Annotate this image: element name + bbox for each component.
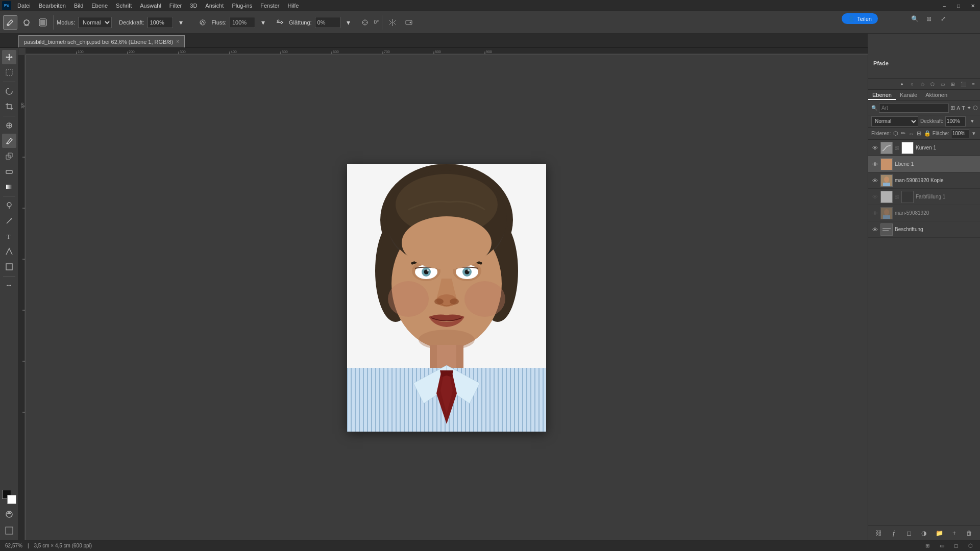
lasso-tool[interactable] — [2, 84, 16, 98]
minimize-button[interactable]: – — [937, 0, 951, 11]
add-adjustment-btn[interactable]: ◑ — [919, 529, 928, 538]
menu-schrift[interactable]: Schrift — [112, 2, 136, 10]
layer-eye-man[interactable]: 👁 — [871, 210, 878, 217]
symmetry-icon[interactable] — [385, 15, 400, 30]
wacom-icon[interactable] — [402, 15, 416, 30]
layers-type-filter-4[interactable]: ✦ — [967, 104, 971, 113]
tab-close-icon[interactable]: × — [176, 39, 179, 44]
healing-tool[interactable] — [2, 118, 16, 133]
menu-bearbeiten[interactable]: Bearbeiten — [35, 2, 70, 10]
close-button[interactable]: ✕ — [966, 0, 980, 11]
lock-transform-btn[interactable]: ↔ — [908, 129, 914, 138]
layer-ebene1[interactable]: 👁 Ebene 1 — [868, 156, 980, 172]
search-top-icon[interactable]: 🔍 — [909, 13, 921, 24]
status-icon-4[interactable]: ⬡ — [966, 541, 975, 550]
shape-tool[interactable] — [2, 260, 16, 274]
layer-beschriftung[interactable]: 👁 Beschriftung — [868, 221, 980, 238]
layers-type-filter-5[interactable]: ⬡ — [973, 104, 978, 113]
panel-icon-1[interactable]: ● — [897, 80, 906, 89]
link-layers-btn[interactable]: ⛓ — [874, 529, 884, 538]
share-button[interactable]: 👤 Teilen — [842, 13, 878, 24]
layer-eye-kurven1[interactable]: 👁 — [871, 144, 878, 152]
layer-eye-ebene1[interactable]: 👁 — [871, 161, 878, 168]
brush-hardness-icon[interactable] — [36, 15, 50, 30]
layers-search-input[interactable] — [879, 104, 949, 113]
move-tool[interactable] — [2, 50, 16, 64]
blend-mode-select[interactable]: Normal Multiplizieren Aufhellen — [871, 116, 918, 127]
maximize-button[interactable]: □ — [951, 0, 966, 11]
document-tab[interactable]: passbild_biometrisch_chip.psd bei 62,6% … — [18, 35, 185, 47]
panel-icon-6[interactable]: ⊞ — [948, 80, 958, 89]
tab-kanaele[interactable]: Kanäle — [896, 91, 921, 100]
mask-mode-btn[interactable] — [2, 507, 16, 521]
layers-type-filter-1[interactable]: ⊞ — [950, 104, 955, 113]
panel-icon-8[interactable]: ≡ — [969, 80, 978, 89]
menu-hilfe[interactable]: Hilfe — [283, 2, 303, 10]
flaeche-input[interactable] — [951, 129, 969, 138]
layers-type-filter-2[interactable]: A — [957, 104, 960, 113]
layer-eye-beschriftung[interactable]: 👁 — [871, 226, 878, 233]
brush-size-icon[interactable] — [19, 15, 34, 30]
layers-type-filter-3[interactable]: T — [962, 104, 965, 113]
crop-tool[interactable] — [2, 99, 16, 114]
add-style-btn[interactable]: ƒ — [889, 529, 898, 538]
menu-datei[interactable]: Datei — [13, 2, 35, 10]
panel-icon-2[interactable]: ○ — [908, 80, 917, 89]
menu-3d[interactable]: 3D — [186, 2, 201, 10]
arrange-icon[interactable]: ⊞ — [923, 13, 935, 24]
modus-select[interactable]: Normal — [78, 17, 112, 28]
glaettung-settings[interactable] — [358, 15, 372, 30]
eraser-tool[interactable] — [2, 164, 16, 179]
panel-icon-3[interactable]: ◇ — [918, 80, 927, 89]
menu-fenster[interactable]: Fenster — [256, 2, 283, 10]
layer-man-kopie[interactable]: 👁 man-59081920 Kopie — [868, 172, 980, 189]
add-layer-btn[interactable]: + — [950, 529, 959, 538]
layer-eye-man-kopie[interactable]: 👁 — [871, 177, 878, 184]
clone-tool[interactable] — [2, 149, 16, 163]
panel-icon-5[interactable]: ▭ — [938, 80, 947, 89]
lock-position-btn[interactable]: ⬡ — [892, 129, 898, 138]
dodge-tool[interactable] — [2, 198, 16, 213]
panel-icon-7[interactable]: ⬛ — [959, 80, 968, 89]
opacity-input[interactable] — [945, 116, 966, 127]
layer-eye-farbfuellung[interactable]: 👁 — [871, 193, 878, 201]
brush-tool-icon[interactable] — [3, 15, 17, 30]
marquee-tool[interactable] — [2, 65, 16, 80]
lock-paint-btn[interactable]: ✏ — [900, 129, 906, 138]
add-group-btn[interactable]: 📁 — [935, 529, 944, 538]
menu-bild[interactable]: Bild — [70, 2, 87, 10]
menu-ebene[interactable]: Ebene — [87, 2, 112, 10]
screen-mode-btn[interactable] — [2, 523, 16, 538]
panel-icon-4[interactable]: ⬡ — [928, 80, 937, 89]
lock-artboard-btn[interactable]: ⊞ — [916, 129, 922, 138]
glaettung-dropdown[interactable]: ▾ — [341, 15, 356, 30]
menu-filter[interactable]: Filter — [165, 2, 186, 10]
layer-man[interactable]: 👁 man-59081920 — [868, 205, 980, 221]
brush-tool[interactable] — [2, 134, 16, 148]
opacity-dropdown[interactable]: ▾ — [968, 117, 977, 126]
layer-farbfuellung[interactable]: 👁 ⛓ Farbfüllung 1 — [868, 189, 980, 205]
pressure-icon[interactable] — [195, 15, 210, 30]
delete-layer-btn[interactable]: 🗑 — [965, 529, 974, 538]
path-select-tool[interactable] — [2, 244, 16, 259]
menu-auswahl[interactable]: Auswahl — [136, 2, 165, 10]
flaeche-dropdown[interactable]: ▾ — [971, 129, 977, 138]
menu-ansicht[interactable]: Ansicht — [201, 2, 228, 10]
menu-plugins[interactable]: Plug-ins — [228, 2, 256, 10]
layer-kurven1[interactable]: 👁 ⛓ Kurven 1 — [868, 140, 980, 156]
extra-tools[interactable]: ••• — [2, 279, 16, 293]
deckkraft-dropdown[interactable]: ▾ — [174, 15, 188, 30]
deckkraft-input[interactable] — [148, 17, 173, 28]
fluss-input[interactable] — [230, 17, 255, 28]
tab-ebenen[interactable]: Ebenen — [868, 91, 896, 100]
status-icon-1[interactable]: ⊞ — [923, 541, 932, 550]
status-icon-3[interactable]: ◻ — [951, 541, 961, 550]
airbrush-icon[interactable] — [273, 15, 287, 30]
gradient-tool[interactable] — [2, 180, 16, 194]
fullscreen-icon[interactable]: ⤢ — [937, 13, 949, 24]
lock-all-btn[interactable]: 🔒 — [924, 129, 931, 138]
add-mask-btn[interactable]: ◻ — [904, 529, 914, 538]
pen-tool[interactable] — [2, 214, 16, 228]
text-tool[interactable]: T — [2, 229, 16, 243]
glaettung-input[interactable] — [315, 17, 340, 28]
